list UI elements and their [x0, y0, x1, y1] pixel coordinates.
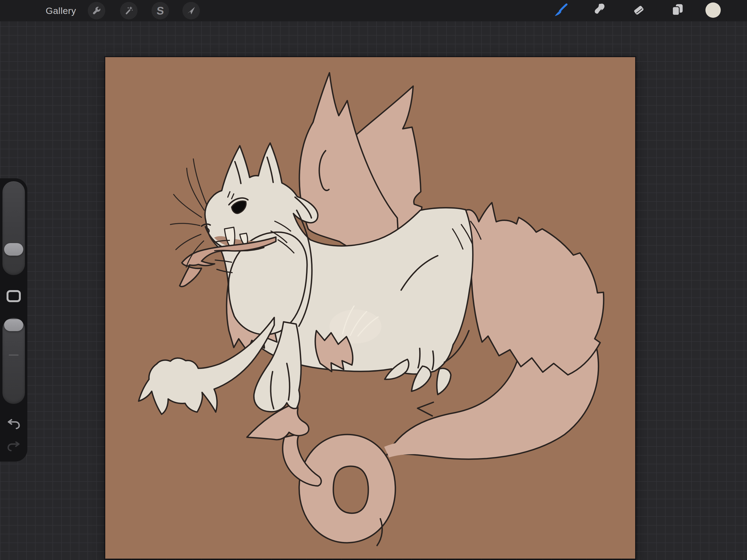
paintbrush-icon: [553, 2, 568, 19]
gallery-button[interactable]: Gallery: [46, 0, 76, 21]
transform-button[interactable]: [182, 2, 200, 19]
wrench-icon: [92, 6, 101, 16]
workspace-background: Gallery S: [0, 0, 747, 560]
smudge-tool-button[interactable]: [592, 3, 607, 18]
actions-button[interactable]: [88, 2, 105, 19]
eraser-icon: [631, 2, 646, 19]
redo-icon: [7, 449, 20, 453]
color-swatch: [705, 2, 721, 19]
creature-artwork: [105, 57, 635, 559]
sidebar-panel: [0, 178, 27, 462]
opacity-handle[interactable]: [4, 319, 23, 331]
redo-button[interactable]: [7, 441, 20, 453]
adjustments-button[interactable]: [120, 2, 137, 19]
undo-button[interactable]: [7, 419, 20, 431]
smudge-finger-icon: [592, 2, 607, 19]
opacity-slider[interactable]: [2, 318, 25, 404]
selection-button[interactable]: S: [152, 2, 169, 19]
selection-s-icon: S: [156, 5, 164, 16]
modify-button[interactable]: [6, 290, 21, 302]
layers-button[interactable]: [670, 3, 685, 18]
opacity-tick: [9, 354, 19, 356]
hind-claw-3: [437, 368, 451, 394]
erase-tool-button[interactable]: [631, 3, 646, 18]
brush-size-handle[interactable]: [4, 243, 23, 256]
drawing-canvas[interactable]: [105, 57, 635, 559]
magic-wand-icon: [124, 6, 134, 16]
paint-tool-button[interactable]: [553, 3, 568, 18]
transform-arrow-icon: [186, 6, 196, 16]
layers-icon: [670, 2, 685, 19]
tail-crease-chevron: [417, 402, 433, 416]
color-swatch-button[interactable]: [705, 3, 721, 18]
top-toolbar: Gallery S: [0, 0, 747, 21]
rump-fluff: [466, 203, 604, 375]
undo-icon: [7, 428, 20, 432]
brush-size-slider[interactable]: [2, 181, 25, 275]
tail-loop: [299, 434, 395, 543]
